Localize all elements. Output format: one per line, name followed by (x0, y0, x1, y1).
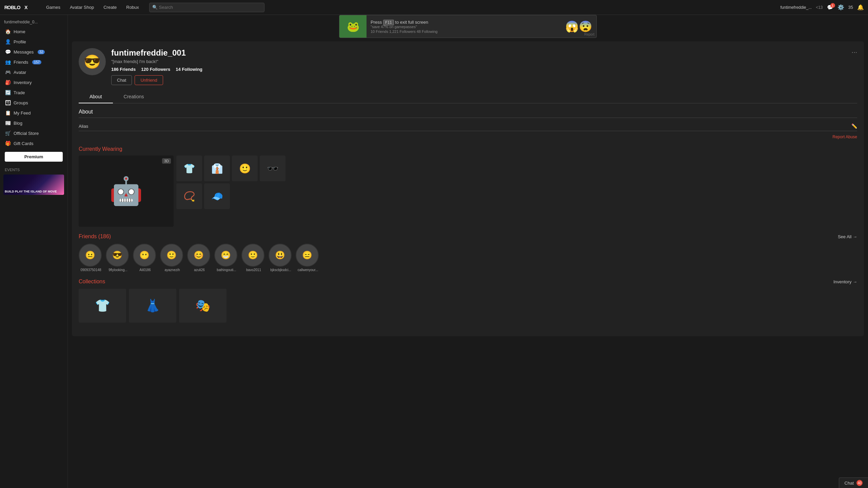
sidebar-label-trade: Trade (14, 90, 25, 95)
gift-icon: 🎁 (5, 141, 11, 146)
roblox-logo[interactable]: R O B L O X (4, 4, 35, 11)
unfriend-button[interactable]: Unfriend (135, 75, 163, 85)
sidebar-user-link[interactable]: funtimefreddie_0... (0, 18, 67, 26)
notifications-button[interactable]: 🔔 (857, 4, 864, 11)
friend-item-8[interactable]: 😑 callwenyour... (296, 244, 320, 272)
badge-3d: 3D (162, 158, 171, 164)
nav-create[interactable]: Create (99, 0, 121, 15)
about-divider (79, 118, 857, 118)
friends-sidebar-badge: 157 (32, 60, 41, 64)
friend-name-3: ayaznezih (160, 268, 184, 272)
inventory-link[interactable]: Inventory → (833, 279, 857, 284)
sidebar-item-official-store[interactable]: 🛒 Official Store (0, 128, 67, 138)
wearing-item-5[interactable]: 🧢 (204, 183, 230, 209)
sidebar-label-gift-cards: Gift Cards (14, 141, 34, 146)
nav-games[interactable]: Games (41, 0, 65, 15)
see-all-friends[interactable]: See All → (838, 234, 857, 239)
sidebar-label-avatar: Avatar (14, 70, 26, 75)
ad-stats: 10 Friends 1,221 Followers 48 Following (371, 29, 561, 34)
messages-icon: 💬 (5, 49, 11, 55)
ad-content: Press F11 to exit full screen "save 47% … (367, 20, 565, 34)
friend-item-3[interactable]: 🙂 ayaznezih (160, 244, 184, 272)
sidebar-item-home[interactable]: 🏠 Home (0, 26, 67, 37)
sidebar-item-messages[interactable]: 💬 Messages 32 (0, 47, 67, 57)
report-abuse-link[interactable]: Report Abuse (79, 135, 857, 139)
friend-item-6[interactable]: 🙂 bavo2011 (241, 244, 266, 272)
sidebar-label-blog: Blog (14, 121, 22, 126)
collections-row: 👕 👗 🎭 (79, 289, 857, 323)
search-input[interactable] (159, 5, 261, 10)
friend-item-4[interactable]: 😊 azuli26 (187, 244, 212, 272)
wearing-item-4[interactable]: 📿 (176, 183, 202, 209)
avatar-icon: 🎮 (5, 69, 11, 75)
wearing-grid: 3D 🤖 👕 👔 🙂 🕶️ 📿 🧢 (79, 156, 857, 227)
tab-creations[interactable]: Creations (113, 90, 155, 103)
search-icon: 🔍 (152, 5, 158, 10)
groups-icon: 👨‍👩‍👧 (5, 100, 11, 105)
svg-text:O: O (7, 5, 11, 10)
sidebar-item-my-feed[interactable]: 📋 My Feed (0, 108, 67, 118)
friend-name-7: bjkscbjksdci... (269, 268, 293, 272)
edit-alias-icon[interactable]: ✏️ (851, 123, 857, 129)
friend-item-7[interactable]: 😃 bjkscbjksdci... (269, 244, 293, 272)
about-title: About (79, 109, 857, 115)
friend-item-5[interactable]: 😁 bathingouti... (214, 244, 239, 272)
sidebar-label-groups: Groups (14, 100, 28, 105)
tab-about[interactable]: About (79, 90, 113, 103)
following-stat: 14 Following (176, 67, 202, 72)
friend-item-2[interactable]: 😶 Ali0186 (133, 244, 157, 272)
sidebar-item-avatar[interactable]: 🎮 Avatar (0, 67, 67, 77)
profile-actions: Chat Unfriend (111, 75, 202, 85)
collections-header: Collections Inventory → (79, 279, 857, 285)
wearing-items-grid: 👕 👔 🙂 🕶️ 📿 🧢 (176, 156, 857, 227)
ad-key: F11 (383, 20, 394, 25)
profile-status: "[max friends] I'm back!" (111, 59, 202, 64)
collection-item-0[interactable]: 👕 (79, 289, 126, 323)
events-label: Events (0, 165, 67, 173)
sidebar-item-trade[interactable]: 🔄 Trade (0, 87, 67, 98)
more-options-button[interactable]: ··· (851, 48, 857, 56)
wearing-item-0[interactable]: 👕 (176, 156, 202, 181)
nav-robux[interactable]: Robux (121, 0, 144, 15)
sidebar-item-friends[interactable]: 👥 Friends 157 (0, 57, 67, 67)
sidebar: funtimefreddie_0... 🏠 Home 👤 Profile 💬 M… (0, 15, 68, 488)
search-box[interactable]: 🔍 (149, 3, 264, 12)
messages-button[interactable]: 💬 1 (827, 4, 833, 11)
friend-item-0[interactable]: 😐 09093750148 (79, 244, 103, 272)
profile-username: funtimefreddie_001 (111, 48, 202, 58)
chat-button[interactable]: Chat (111, 75, 132, 85)
friend-avatar-8: 😑 (296, 244, 319, 267)
sidebar-label-profile: Profile (14, 39, 26, 44)
event-banner[interactable]: BuIlD PlAY The ISLAND Of Move (3, 175, 64, 195)
chat-float-button[interactable]: Chat 40 (839, 477, 868, 488)
nav-links: Games Avatar Shop Create Robux (41, 0, 144, 15)
premium-button[interactable]: Premium (5, 152, 63, 162)
friend-avatar-4: 😊 (187, 244, 210, 267)
event-banner-text: BuIlD PlAY The ISLAND Of Move (5, 190, 57, 194)
sidebar-label-my-feed: My Feed (14, 110, 31, 116)
collection-item-1[interactable]: 👗 (129, 289, 176, 323)
sidebar-label-friends: Friends (14, 60, 28, 65)
avatar-3d-placeholder: 🤖 (109, 175, 143, 207)
ad-report[interactable]: Report (584, 33, 594, 36)
settings-icon[interactable]: ⚙️ (837, 4, 844, 11)
wearing-item-1[interactable]: 👔 (204, 156, 230, 181)
top-navigation: R O B L O X Games Avatar Shop Create Rob… (0, 0, 868, 15)
wearing-item-3[interactable]: 🕶️ (260, 156, 285, 181)
alias-label: Alias (79, 124, 88, 129)
wearing-item-2[interactable]: 🙂 (232, 156, 258, 181)
sidebar-label-messages: Messages (14, 49, 34, 55)
sidebar-item-profile[interactable]: 👤 Profile (0, 37, 67, 47)
sidebar-item-blog[interactable]: 📰 Blog (0, 118, 67, 128)
friend-item-1[interactable]: 😎 9flylooking... (106, 244, 130, 272)
sidebar-item-groups[interactable]: 👨‍👩‍👧 Groups (0, 98, 67, 108)
wearing-section: Currently Wearing 3D 🤖 👕 👔 🙂 🕶️ 📿 � (79, 146, 857, 227)
collection-item-2[interactable]: 🎭 (179, 289, 226, 323)
friends-icon: 👥 (5, 59, 11, 65)
sidebar-item-inventory[interactable]: 🎒 Inventory (0, 77, 67, 87)
ad-press-text: Press F11 to exit full screen (371, 20, 561, 25)
feed-icon: 📋 (5, 110, 11, 116)
profile-top-row: 😎 funtimefreddie_001 "[max friends] I'm … (79, 48, 857, 90)
sidebar-item-gift-cards[interactable]: 🎁 Gift Cards (0, 138, 67, 148)
nav-avatar-shop[interactable]: Avatar Shop (65, 0, 99, 15)
